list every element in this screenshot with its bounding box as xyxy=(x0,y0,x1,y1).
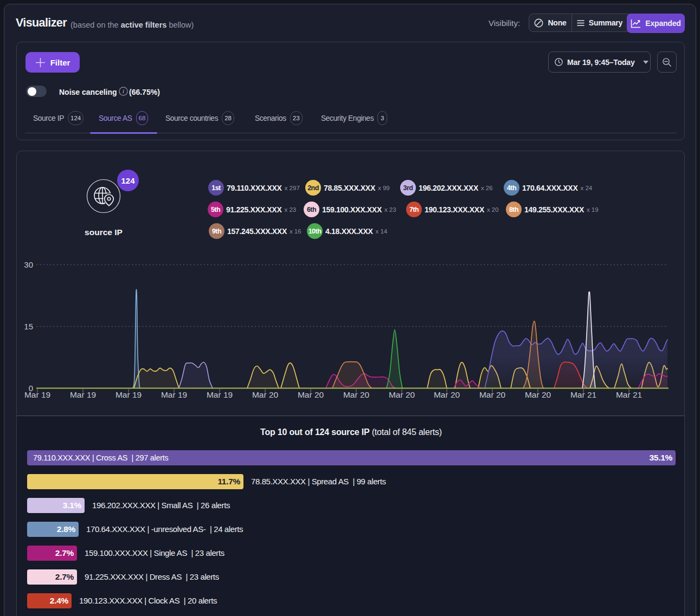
svg-text:Mar 20: Mar 20 xyxy=(525,390,551,399)
svg-text:15: 15 xyxy=(24,322,33,331)
svg-text:Mar 19: Mar 19 xyxy=(70,390,96,399)
svg-text:Mar 20: Mar 20 xyxy=(434,390,460,399)
svg-text:Mar 19: Mar 19 xyxy=(161,390,187,399)
svg-text:Mar 21: Mar 21 xyxy=(570,390,596,399)
svg-text:0: 0 xyxy=(29,384,33,393)
svg-text:Mar 20: Mar 20 xyxy=(252,390,279,399)
svg-text:Mar 21: Mar 21 xyxy=(616,390,642,399)
svg-text:Mar 19: Mar 19 xyxy=(115,390,142,399)
svg-text:i: i xyxy=(123,88,124,94)
svg-text:30: 30 xyxy=(24,260,33,269)
svg-text:Mar 20: Mar 20 xyxy=(298,390,324,399)
svg-text:Mar 19: Mar 19 xyxy=(207,390,233,399)
svg-text:Mar 20: Mar 20 xyxy=(343,390,370,399)
svg-text:Mar 20: Mar 20 xyxy=(479,390,506,399)
svg-text:Mar 20: Mar 20 xyxy=(389,390,415,399)
